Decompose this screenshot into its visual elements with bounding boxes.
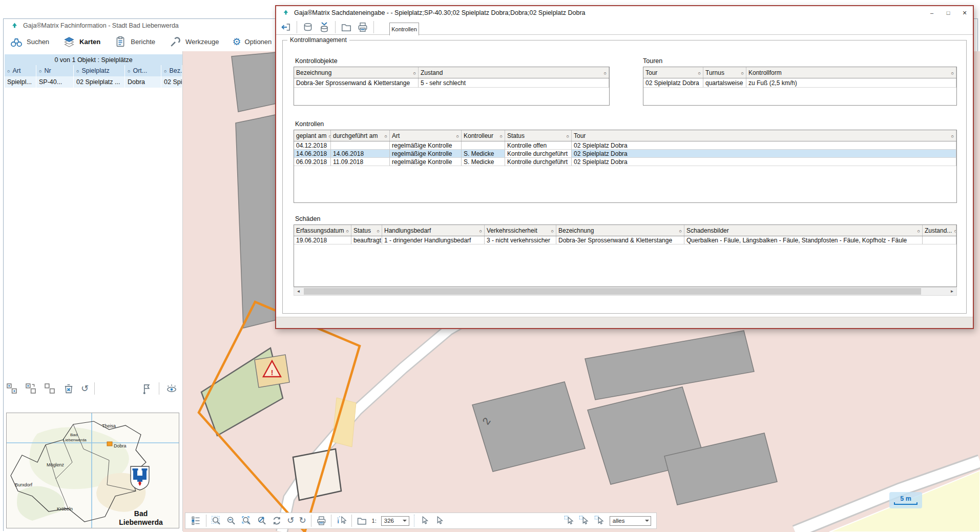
sort-icon xyxy=(413,69,416,76)
column-header-bez[interactable]: Bez... xyxy=(161,65,182,76)
table-header-row: geplant am durchgeführt am Art Kontrolle… xyxy=(294,130,956,141)
column-header[interactable]: Handlungsbedarf xyxy=(382,225,485,236)
column-header[interactable]: Zustand... xyxy=(923,225,956,236)
results-summary: 0 von 1 Objekt : Spielplätze xyxy=(5,54,182,65)
results-header-row: Art Nr Spielplatz Ort... Bez... xyxy=(5,65,182,76)
redo-icon[interactable]: ↻ xyxy=(299,514,306,527)
legend-icon[interactable] xyxy=(191,515,201,526)
select-partial-icon[interactable] xyxy=(24,382,37,395)
select-cursor-icon[interactable] xyxy=(419,515,430,526)
scale-prefix-label: 1: xyxy=(372,518,377,524)
column-header-nr[interactable]: Nr xyxy=(36,65,74,76)
werkzeuge-button[interactable]: Werkzeuge xyxy=(169,36,219,48)
open-folder-icon[interactable] xyxy=(357,515,367,526)
undo-icon[interactable]: ↺ xyxy=(287,514,294,527)
undo-selection-icon[interactable]: ↺ xyxy=(81,382,89,395)
minimap-place: Theisa xyxy=(102,423,116,428)
column-header[interactable]: geplant am xyxy=(294,130,331,141)
sort-icon xyxy=(567,132,569,139)
database-read-icon[interactable] xyxy=(302,22,314,33)
select-cursor-icon[interactable] xyxy=(434,515,445,526)
column-header[interactable]: Turnus xyxy=(703,67,746,78)
column-header[interactable]: durchgeführt am xyxy=(331,130,390,141)
zoom-select-icon[interactable] xyxy=(211,515,222,526)
tab-kontrollen[interactable]: Kontrollen xyxy=(389,23,419,35)
column-header[interactable]: Verkehrssicherheit xyxy=(485,225,556,236)
select-rect-cursor-icon[interactable] xyxy=(594,515,605,526)
column-header[interactable]: Bezeichnung xyxy=(556,225,684,236)
scrollbar-thumb[interactable] xyxy=(304,288,921,295)
kontrollobjekte-table[interactable]: Bezeichnung Zustand Dobra-3er Sprossenwa… xyxy=(294,67,610,106)
open-folder-icon[interactable] xyxy=(341,22,352,33)
minimap-place: Kröbeln xyxy=(57,506,73,511)
dialog-title: Gaja®Matrix Sachdateneingabe - - Spielpl… xyxy=(294,9,586,16)
scroll-right-arrow[interactable]: ► xyxy=(948,288,956,295)
selection-filter-select[interactable]: alles xyxy=(610,516,651,526)
table-row[interactable]: 06.09.2018 11.09.2018 regelmäßige Kontro… xyxy=(294,158,956,166)
optionen-button[interactable]: ⚙ Optionen xyxy=(233,36,272,48)
column-header[interactable]: Zustand xyxy=(419,67,609,78)
close-button[interactable]: ✕ xyxy=(956,6,973,19)
dialog-titlebar[interactable]: Gaja®Matrix Sachdateneingabe - - Spielpl… xyxy=(276,6,973,19)
select-rect-cursor-icon[interactable] xyxy=(579,515,590,526)
chevron-down-icon[interactable] xyxy=(401,517,409,525)
current-extent-marker xyxy=(107,442,112,446)
berichte-button[interactable]: Berichte xyxy=(114,36,155,48)
print-icon[interactable] xyxy=(316,515,327,526)
column-header[interactable]: Status xyxy=(505,130,572,141)
horizontal-scrollbar[interactable]: ◄ ► xyxy=(294,287,957,296)
scroll-left-arrow[interactable]: ◄ xyxy=(294,288,303,295)
sort-icon xyxy=(954,227,956,234)
karten-button[interactable]: Karten xyxy=(62,36,100,48)
minimap-place: Liebenwerda xyxy=(63,438,87,442)
column-header-ort[interactable]: Ort... xyxy=(125,65,161,76)
zoom-out-icon[interactable] xyxy=(226,515,237,526)
column-header[interactable]: Erfassungsdatum xyxy=(294,225,351,236)
select-new-icon[interactable] xyxy=(43,382,56,395)
select-rect-cursor-icon[interactable] xyxy=(564,515,575,526)
separator xyxy=(159,382,159,395)
results-data-row[interactable]: Spielpl... SP-40... 02 Spielplatz ... Do… xyxy=(5,76,182,88)
column-header[interactable]: Kontrollform xyxy=(746,67,956,78)
column-header[interactable]: Kontrolleur xyxy=(462,130,505,141)
column-header[interactable]: Tour xyxy=(572,130,956,141)
map-scalebar: 5 m xyxy=(889,492,922,508)
chevron-down-icon[interactable] xyxy=(643,517,651,525)
touren-table[interactable]: Tour Turnus Kontrollform 02 Spielplatz D… xyxy=(643,67,957,106)
column-header[interactable]: Tour xyxy=(643,67,703,78)
table-row-selected[interactable]: 14.06.2018 14.06.2018 regelmäßige Kontro… xyxy=(294,150,956,158)
clear-selection-icon[interactable] xyxy=(62,382,75,395)
minimize-button[interactable]: – xyxy=(924,6,940,19)
exit-save-icon[interactable] xyxy=(280,22,291,33)
column-header-art[interactable]: Art xyxy=(5,65,36,76)
column-header[interactable]: Bezeichnung xyxy=(294,67,419,78)
dialog-footer-strip xyxy=(276,317,973,328)
zoom-window-icon[interactable] xyxy=(241,515,252,526)
column-header-spielplatz[interactable]: Spielplatz xyxy=(74,65,125,76)
info-cursor-icon[interactable] xyxy=(336,515,347,526)
schaeden-table[interactable]: Erfassungsdatum Status Handlungsbedarf V… xyxy=(294,224,957,287)
table-header-row: Bezeichnung Zustand xyxy=(294,67,609,78)
print-icon[interactable] xyxy=(357,22,368,33)
kontrollen-table[interactable]: geplant am durchgeführt am Art Kontrolle… xyxy=(294,130,957,203)
database-save-icon[interactable] xyxy=(319,22,330,33)
overview-minimap[interactable]: Theisa Bad Liebenwerda Dobra Möglenz Bur… xyxy=(6,413,179,528)
refresh-icon[interactable] xyxy=(272,515,282,526)
suchen-button[interactable]: Suchen xyxy=(10,36,49,48)
column-header[interactable]: Schadensbilder xyxy=(684,225,923,236)
maximize-button[interactable]: □ xyxy=(940,6,956,19)
visibility-eye-icon[interactable] xyxy=(165,382,178,395)
table-row[interactable]: 04.12.2018 regelmäßige Kontrolle Kontrol… xyxy=(294,141,956,150)
table-row[interactable]: 02 Spielplatz Dobra quartalsweise zu Fuß… xyxy=(643,78,956,88)
sort-icon xyxy=(164,67,166,74)
layers-icon xyxy=(62,36,76,48)
map-scale-combobox[interactable]: 326 xyxy=(381,516,409,526)
table-row[interactable]: 19.06.2018 beauftragt 1 - dringender Han… xyxy=(294,236,956,244)
column-header[interactable]: Status xyxy=(351,225,382,236)
column-header[interactable]: Art xyxy=(390,130,462,141)
table-row[interactable]: Dobra-3er Sprossenwand & Kletterstange 5… xyxy=(294,78,609,88)
gaja-logo-icon xyxy=(11,22,18,30)
select-add-icon[interactable] xyxy=(5,382,18,395)
flag-icon[interactable] xyxy=(140,382,153,395)
pan-zoom-icon[interactable] xyxy=(257,515,267,526)
